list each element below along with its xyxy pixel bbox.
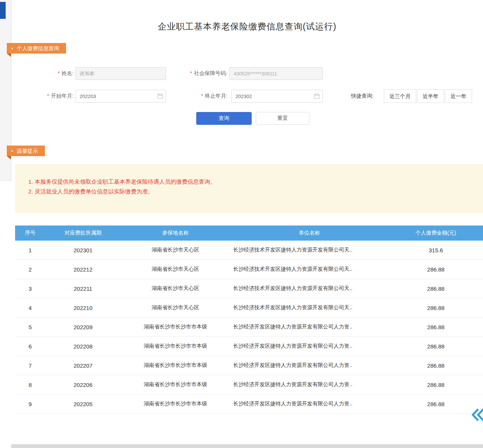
- name-input[interactable]: [75, 67, 166, 80]
- table-cell: 202209: [45, 318, 121, 337]
- name-label: *姓名:: [23, 70, 74, 77]
- table-cell: 长沙经济开发区捷特人力资源开发有限公司人力资..: [230, 394, 389, 414]
- table-cell: 长沙经济开发区捷特人力资源开发有限公司人力资..: [230, 375, 389, 394]
- table-cell: 湖南省长沙市长沙市市本级: [121, 375, 230, 394]
- end-month-field: [231, 90, 323, 103]
- quick-query-group: 近三个月 近半年 近一年: [384, 89, 473, 103]
- table-cell: 长沙经济开发区捷特人力资源开发有限公司人力资..: [230, 337, 389, 356]
- start-month-label: *开始年月:: [23, 93, 74, 100]
- required-mark: *: [190, 70, 192, 76]
- quick-btn-last-year[interactable]: 近一年: [445, 89, 472, 103]
- table-cell: 2: [15, 260, 45, 279]
- table-cell: 286.88: [389, 318, 483, 337]
- col-header-seq: 序号: [15, 226, 45, 241]
- badge-bullet-icon: •: [11, 148, 13, 154]
- start-month-field: [75, 90, 166, 103]
- notice-line-1: 1. 本服务仅提供尚未领取企业职工基本养老保险待遇人员的缴费信息查询。: [28, 177, 483, 187]
- col-header-unit-name: 单位名称: [230, 226, 389, 241]
- table-cell: 286.88: [389, 279, 483, 298]
- table-cell: 湖南省长沙市长沙市市本级: [121, 356, 230, 375]
- table-cell: 202212: [45, 260, 121, 279]
- table-cell: 湖南省长沙市天心区: [121, 298, 230, 318]
- table-cell: 202301: [45, 241, 121, 260]
- table-cell: 286.88: [389, 375, 483, 394]
- table-row: 7202207湖南省长沙市长沙市市本级长沙经济开发区捷特人力资源开发有限公司人力…: [15, 356, 483, 375]
- table-cell: 湖南省长沙市天心区: [121, 260, 230, 279]
- table-cell: 286.88: [389, 394, 483, 414]
- table-cell: 湖南省长沙市长沙市市本级: [121, 394, 230, 414]
- required-mark: *: [47, 93, 49, 99]
- table-header: 序号 对应费款所属期 参保地名称 单位名称 个人缴费金额(元): [15, 226, 483, 241]
- badge-label: 个人缴费信息查询: [17, 45, 59, 51]
- table-cell: 286.88: [389, 260, 483, 279]
- table-cell: 1: [15, 241, 45, 260]
- table-cell: 202207: [45, 356, 121, 375]
- table-row: 8202206湖南省长沙市长沙市市本级长沙经济开发区捷特人力资源开发有限公司人力…: [15, 375, 483, 394]
- table-cell: 6: [15, 337, 45, 356]
- pension-query-page: 企业职工基本养老保险缴费信息查询(试运行) •个人缴费信息查询 *姓名: *社会…: [0, 0, 483, 448]
- corner-blue-block: [0, 2, 6, 19]
- table-row: 9202205湖南省长沙市长沙市市本级长沙经济开发区捷特人力资源开发有限公司人力…: [15, 394, 483, 414]
- page-title: 企业职工基本养老保险缴费信息查询(试运行): [11, 21, 483, 32]
- table-cell: 湖南省长沙市长沙市市本级: [121, 318, 230, 337]
- panel-bottom-border: [0, 180, 11, 181]
- table-cell: 315.6: [389, 241, 483, 260]
- table-row: 6202208湖南省长沙市长沙市市本级长沙经济开发区捷特人力资源开发有限公司人力…: [15, 337, 483, 356]
- quick-btn-last-3-months[interactable]: 近三个月: [384, 89, 416, 103]
- table-cell: 长沙经济开发区捷特人力资源开发有限公司人力资..: [230, 356, 389, 375]
- required-mark: *: [58, 70, 60, 76]
- table-cell: 8: [15, 375, 45, 394]
- col-header-period: 对应费款所属期: [45, 226, 121, 241]
- table-cell: 202208: [45, 337, 121, 356]
- table-cell: 286.88: [389, 356, 483, 375]
- calendar-icon[interactable]: [314, 93, 320, 100]
- section-badge-personal-query: •个人缴费信息查询: [7, 43, 66, 54]
- quick-query-label: 快捷查询:: [351, 93, 374, 100]
- table-body: 1202301湖南省长沙市天心区长沙经济技术开发区捷特人力资源开发有限公司天..…: [15, 241, 483, 414]
- table-cell: 286.88: [389, 337, 483, 356]
- quick-btn-last-half-year[interactable]: 近半年: [417, 89, 444, 103]
- col-header-insured-place: 参保地名称: [121, 226, 230, 241]
- start-month-input[interactable]: [75, 90, 166, 103]
- table-cell: 202210: [45, 298, 121, 318]
- table-cell: 湖南省长沙市天心区: [121, 241, 230, 260]
- end-month-label: *终止年月:: [172, 93, 228, 100]
- table-row: 2202212湖南省长沙市天心区长沙经济技术开发区捷特人力资源开发有限公司天..…: [15, 260, 483, 279]
- table-row: 5202209湖南省长沙市长沙市市本级长沙经济开发区捷特人力资源开发有限公司人力…: [15, 318, 483, 337]
- table-cell: 长沙经济技术开发区捷特人力资源开发有限公司天..: [230, 241, 389, 260]
- table-cell: 5: [15, 318, 45, 337]
- end-month-input[interactable]: [231, 90, 323, 103]
- ssn-label: *社会保障号码:: [162, 70, 227, 77]
- reset-button[interactable]: 重置: [256, 112, 309, 125]
- table-row: 4202210湖南省长沙市天心区长沙经济技术开发区捷特人力资源开发有限公司天..…: [15, 298, 483, 318]
- table-cell: 9: [15, 394, 45, 414]
- table-cell: 长沙经济技术开发区捷特人力资源开发有限公司天..: [230, 279, 389, 298]
- notice-box: 1. 本服务仅提供尚未领取企业职工基本养老保险待遇人员的缴费信息查询。 2. 灵…: [15, 164, 483, 213]
- ssn-input[interactable]: [229, 67, 323, 80]
- payment-records-table: 序号 对应费款所属期 参保地名称 单位名称 个人缴费金额(元) 1202301湖…: [15, 226, 483, 414]
- table-cell: 3: [15, 279, 45, 298]
- badge-bullet-icon: •: [11, 46, 13, 51]
- table-row: 1202301湖南省长沙市天心区长沙经济技术开发区捷特人力资源开发有限公司天..…: [15, 241, 483, 260]
- col-header-amount: 个人缴费金额(元): [389, 226, 483, 241]
- table-cell: 长沙经济开发区捷特人力资源开发有限公司人力资..: [230, 318, 389, 337]
- collapse-panel-control[interactable]: [471, 407, 483, 422]
- double-left-chevron-icon: [471, 407, 483, 422]
- query-button[interactable]: 查询: [196, 112, 252, 125]
- table-cell: 湖南省长沙市长沙市市本级: [121, 337, 230, 356]
- badge-label: 温馨提示: [17, 148, 38, 154]
- calendar-icon[interactable]: [157, 93, 163, 100]
- table-cell: 湖南省长沙市天心区: [121, 279, 230, 298]
- required-mark: *: [201, 93, 203, 99]
- bottom-gray-bar: [11, 444, 483, 448]
- section-badge-notice: •温馨提示: [7, 146, 45, 156]
- table-cell: 长沙经济技术开发区捷特人力资源开发有限公司天..: [230, 260, 389, 279]
- table-cell: 4: [15, 298, 45, 318]
- table-cell: 长沙经济技术开发区捷特人力资源开发有限公司天..: [230, 298, 389, 318]
- table-cell: 202211: [45, 279, 121, 298]
- table-cell: 286.88: [389, 298, 483, 318]
- notice-line-2: 2. 灵活就业人员的缴费单位信息以实际缴费为准。: [28, 187, 483, 196]
- table-row: 3202211湖南省长沙市天心区长沙经济技术开发区捷特人力资源开发有限公司天..…: [15, 279, 483, 298]
- table-cell: 202205: [45, 394, 121, 414]
- table-cell: 202206: [45, 375, 121, 394]
